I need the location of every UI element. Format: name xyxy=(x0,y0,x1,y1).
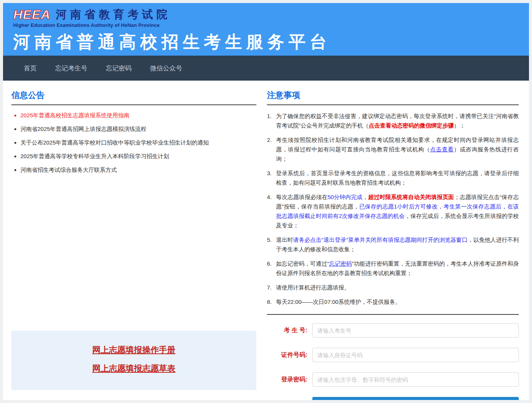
notice-text-segment: 每次志愿填报必须在 xyxy=(276,194,327,200)
notice-item-8: 8.每天22:00——次日07:00系统维护，不提供服务。 xyxy=(267,297,519,307)
notice-number: 4. xyxy=(267,192,272,202)
password-label: 登录密码: xyxy=(267,376,312,384)
id-number-label: 证件号码: xyxy=(267,351,312,359)
page-background: HEEA 河南省教育考试院 Higher Education Examinati… xyxy=(0,0,532,403)
heea-logo-icon: HEEA xyxy=(13,7,50,22)
notice-text-segment: ， xyxy=(363,194,368,200)
notice-inline-link[interactable]: 忘记密码 xyxy=(329,260,352,267)
org-name-cn: 河南省教育考试院 xyxy=(56,7,171,22)
notice-item-5: 5.退出时请务必点击“退出登录”菜单并关闭所有填报志愿期间打开的浏览器窗口，以免… xyxy=(267,235,519,254)
announcements-rule xyxy=(11,104,256,105)
nav-item-2[interactable]: 忘记考生号 xyxy=(55,64,87,73)
notice-item-7: 7.请使用计算机进行志愿填报。 xyxy=(267,283,519,292)
notice-item-1: 1.为了确保您的权益不受非法侵害，建议绑定动态密码，每次登录系统时，请携带已关注… xyxy=(267,111,519,130)
notice-text-segment: 请务必点击“退出登录”菜单并关闭所有填报志愿期间打开的浏览器窗口 xyxy=(293,237,467,243)
notice-text-segment: 退出时 xyxy=(276,237,293,243)
notices-bottom-rule xyxy=(267,314,519,315)
notice-text-segment: 如忘记密码，可通过“ xyxy=(276,260,329,267)
nav-item-1[interactable]: 首页 xyxy=(24,64,37,73)
notice-number: 7. xyxy=(267,283,272,292)
password-row: 登录密码: xyxy=(267,372,519,387)
notices-list: 1.为了确保您的权益不受非法侵害，建议绑定动态密码，每次登录系统时，请携带已关注… xyxy=(267,111,519,307)
captcha-row: 验 证 码: 点击进行验证 xyxy=(267,397,519,400)
main-content: 信息公告 2025年普通高校招生志愿填报系统使用指南河南省2025年普通高招网上… xyxy=(3,81,529,400)
handbook-panel: 网上志愿填报操作手册网上志愿填报志愿草表 xyxy=(11,331,256,390)
id-number-input[interactable] xyxy=(312,348,519,362)
site-title: 河南省普通高校招生考生服务平台 xyxy=(13,31,529,53)
handbook-link-1[interactable]: 网上志愿填报操作手册 xyxy=(11,344,256,356)
notice-text-segment: 每天22:00——次日07:00系统维护，不提供服务。 xyxy=(276,299,401,305)
notice-text-segment: ）； xyxy=(454,122,465,129)
announcement-link[interactable]: 河南省招生考试综合服务大厅联系方式 xyxy=(20,166,256,174)
announcements-list: 2025年普通高校招生志愿填报系统使用指南河南省2025年普通高招网上填报志愿模… xyxy=(11,112,256,174)
candidate-number-row: 考 生 号: xyxy=(267,323,519,338)
logo-row: HEEA 河南省教育考试院 xyxy=(13,7,529,22)
notice-text-segment: 请使用计算机进行志愿填报。 xyxy=(276,284,350,291)
announcement-link[interactable]: 2025年普通高校招生志愿填报系统使用指南 xyxy=(20,112,256,119)
notice-inline-link[interactable]: 点击查看 xyxy=(430,146,454,152)
notice-item-3: 3.登录系统后，首页显示登录考生的资格信息，这些信息将影响考生可填报的志愿，请登… xyxy=(267,168,519,187)
notice-item-4: 4.每次志愿填报必须在50分钟内完成，超过时限系统将自动关闭填报页面；志愿填报完… xyxy=(267,192,519,230)
column-gutter xyxy=(256,89,267,400)
candidate-number-input[interactable] xyxy=(312,323,519,338)
site-banner: HEEA 河南省教育考试院 Higher Education Examinati… xyxy=(3,3,529,56)
notice-number: 1. xyxy=(267,111,272,121)
notice-text-segment: 超过时限系统将自动关闭填报页面 xyxy=(368,194,454,200)
nav-item-4[interactable]: 微信公众号 xyxy=(150,64,182,73)
id-number-row: 证件号码: xyxy=(267,348,519,362)
announcements-title: 信息公告 xyxy=(11,90,256,101)
handbook-link-2[interactable]: 网上志愿填报志愿草表 xyxy=(11,363,256,374)
notice-item-6: 6.如忘记密码，可通过“忘记密码”功能进行密码重置，无法重置密码的，考生本人持准… xyxy=(267,259,519,278)
notice-number: 3. xyxy=(267,168,272,178)
announcement-link[interactable]: 2025年普通高等学校专科毕业生升入本科阶段学习招生计划 xyxy=(20,153,256,160)
notice-item-2: 2.考生须按照院校招生计划和河南省教育考试院相关通知要求，在规定时间内登录网站并… xyxy=(267,135,519,163)
notices-column: 注意事项 1.为了确保您的权益不受非法侵害，建议绑定动态密码，每次登录系统时，请… xyxy=(267,89,519,400)
notice-text-segment: 50分钟内完成 xyxy=(327,194,362,200)
login-fields: 考 生 号:证件号码:登录密码: xyxy=(267,323,519,387)
notice-number: 6. xyxy=(267,259,272,268)
notices-rule xyxy=(267,104,519,105)
org-name-en: Higher Education Examinations Authority … xyxy=(13,22,529,28)
notice-number: 2. xyxy=(267,135,272,145)
captcha-verify-button[interactable]: 点击进行验证 xyxy=(312,397,519,400)
notice-number: 8. xyxy=(267,297,272,307)
candidate-number-label: 考 生 号: xyxy=(267,327,312,335)
announcement-link[interactable]: 关于公布2025年普通高等学校对口招收中等职业学校毕业生招生计划的通知 xyxy=(20,139,256,146)
site-container: HEEA 河南省教育考试院 Higher Education Examinati… xyxy=(3,3,529,400)
password-input[interactable] xyxy=(312,372,519,387)
notices-title: 注意事项 xyxy=(267,90,519,101)
notice-text-segment: 点击查看动态密码的微信绑定步骤 xyxy=(369,122,454,129)
announcement-link[interactable]: 河南省2025年普通高招网上填报志愿模拟演练流程 xyxy=(20,126,256,133)
announcements-column: 信息公告 2025年普通高校招生志愿填报系统使用指南河南省2025年普通高招网上… xyxy=(11,89,256,400)
login-form: 考 生 号:证件号码:登录密码: 验 证 码: 点击进行验证 登录 xyxy=(267,323,519,400)
notice-text-segment: 登录系统后，首页显示登录考生的资格信息，这些信息将影响考生可填报的志愿，请登录后… xyxy=(276,170,519,186)
nav: 首页忘记考生号忘记密码微信公众号 xyxy=(3,56,529,81)
nav-item-3[interactable]: 忘记密码 xyxy=(106,64,132,73)
notice-number: 5. xyxy=(267,235,272,244)
